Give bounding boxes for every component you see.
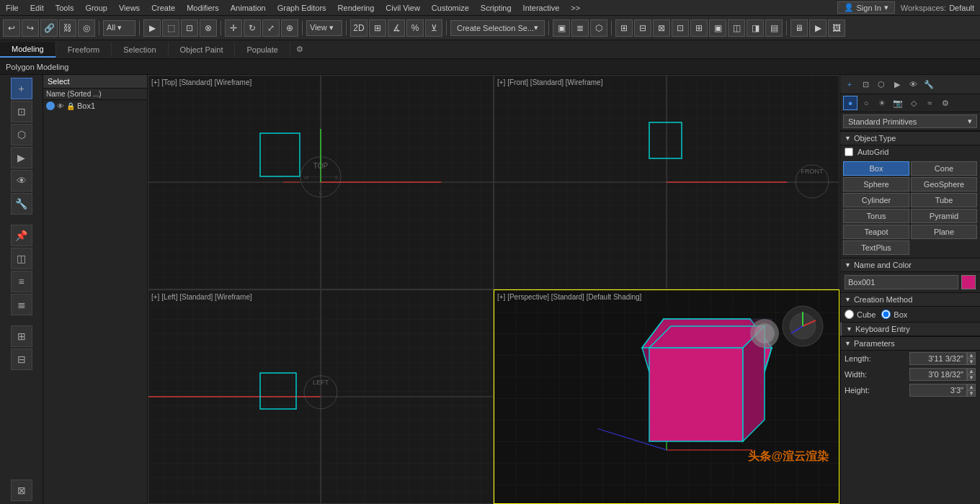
filter-dropdown[interactable]: All ▾ — [103, 20, 135, 36]
sidebar-motion[interactable]: ▶ — [11, 147, 32, 168]
sidebar-extras-1[interactable]: ⊞ — [11, 325, 32, 347]
view-dropdown[interactable]: View ▾ — [306, 20, 342, 36]
create-selection-button[interactable]: Create Selection Se... ▾ — [450, 20, 545, 36]
tab-object-paint[interactable]: Object Paint — [169, 42, 236, 57]
height-down[interactable]: ▼ — [967, 390, 976, 397]
tab-selection[interactable]: Selection — [112, 42, 168, 57]
create-panel-icon[interactable]: + — [842, 77, 857, 91]
snap-2d-button[interactable]: 2D — [350, 19, 368, 37]
percent-snap-button[interactable]: % — [406, 19, 424, 37]
viewport-layout-9[interactable]: ▤ — [765, 19, 783, 37]
menu-file[interactable]: File — [0, 2, 24, 14]
viewport-layout-2[interactable]: ⊟ — [634, 19, 651, 37]
sidebar-layers[interactable]: ≣ — [11, 294, 32, 315]
sign-in-button[interactable]: 👤 Sign In ▾ — [837, 1, 895, 14]
autogrid-checkbox[interactable] — [845, 148, 853, 156]
object-type-header[interactable]: Object Type — [840, 131, 980, 145]
spinner-snap-button[interactable]: ⊻ — [425, 19, 442, 37]
sphere-button[interactable]: Sphere — [843, 177, 909, 192]
viewport-layout-6[interactable]: ▣ — [709, 19, 726, 37]
cameras-icon[interactable]: 📷 — [891, 96, 905, 110]
object-name-input[interactable] — [845, 275, 958, 289]
menu-create[interactable]: Create — [146, 2, 181, 14]
viewport-perspective[interactable]: [+] [Perspective] [Standard] [Default Sh… — [494, 289, 839, 504]
systems-icon[interactable]: ⚙ — [938, 96, 953, 110]
sidebar-display[interactable]: 👁 — [11, 170, 32, 192]
layer-mgr[interactable]: ≣ — [571, 19, 589, 37]
name-color-header[interactable]: Name and Color — [840, 258, 980, 272]
color-swatch[interactable] — [961, 275, 976, 289]
viewport-front[interactable]: [+] [Front] [Standard] [Wireframe] FRONT — [494, 75, 839, 289]
menu-scripting[interactable]: Scripting — [475, 2, 517, 14]
lights-icon[interactable]: ☀ — [875, 96, 889, 110]
sidebar-create[interactable]: + — [11, 78, 32, 99]
redo-button[interactable]: ↪ — [22, 19, 39, 37]
viewport-top[interactable]: [+] [Top] [Standard] [Wireframe] — [148, 75, 494, 289]
cone-button[interactable]: Cone — [911, 161, 977, 176]
utilities-panel-icon[interactable]: 🔧 — [922, 77, 936, 91]
spacewarps-icon[interactable]: ≈ — [922, 96, 937, 110]
textplus-button[interactable]: TextPlus — [843, 240, 909, 255]
viewport-layout-4[interactable]: ⊡ — [672, 19, 689, 37]
sidebar-utilities[interactable]: 🔧 — [11, 193, 32, 215]
snap-3d-button[interactable]: ⊞ — [369, 19, 386, 37]
shapes-icon[interactable]: ○ — [859, 96, 873, 110]
torus-button[interactable]: Torus — [843, 209, 909, 223]
select-button[interactable]: ▶ — [143, 19, 161, 37]
width-up[interactable]: ▲ — [967, 368, 976, 374]
sidebar-modify[interactable]: ⊡ — [11, 101, 32, 122]
sidebar-viewport-controls[interactable]: ⊠ — [11, 480, 32, 501]
render-setup[interactable]: 🖥 — [790, 19, 808, 37]
menu-animation[interactable]: Animation — [225, 2, 272, 14]
select-paint-button[interactable]: ⊗ — [200, 19, 217, 37]
select-region-button[interactable]: ⬚ — [162, 19, 179, 37]
geosphere-button[interactable]: GeoSphere — [911, 177, 977, 192]
sidebar-mirror[interactable]: ◫ — [11, 248, 32, 269]
display-panel-icon[interactable]: 👁 — [906, 77, 920, 91]
scene-object-row[interactable]: 👁 🔒 Box1 — [43, 100, 147, 112]
hierarchy-panel-icon[interactable]: ⬡ — [874, 77, 888, 91]
category-dropdown[interactable]: Standard Primitives ▾ — [843, 114, 977, 128]
length-input[interactable] — [909, 352, 967, 365]
height-up[interactable]: ▲ — [967, 384, 976, 390]
tube-button[interactable]: Tube — [911, 193, 977, 207]
menu-views[interactable]: Views — [113, 2, 146, 14]
placement-button[interactable]: ⊕ — [281, 19, 298, 37]
render[interactable]: ▶ — [809, 19, 827, 37]
viewport-left[interactable]: [+] [Left] [Standard] [Wireframe] LEFT — [148, 289, 494, 504]
menu-modifiers[interactable]: Modifiers — [181, 2, 225, 14]
menu-tools[interactable]: Tools — [50, 2, 80, 14]
helpers-icon[interactable]: ◇ — [906, 96, 921, 110]
plane-button[interactable]: Plane — [911, 225, 977, 239]
sidebar-snap[interactable]: 📌 — [11, 225, 32, 246]
length-up[interactable]: ▲ — [967, 352, 976, 359]
ribbon-toggle[interactable]: ▣ — [553, 19, 570, 37]
menu-edit[interactable]: Edit — [24, 2, 50, 14]
modify-panel-icon[interactable]: ⊡ — [858, 77, 873, 91]
eye-icon[interactable]: 👁 — [57, 102, 64, 110]
cube-radio[interactable] — [845, 310, 854, 319]
tab-populate[interactable]: Populate — [235, 42, 290, 57]
keyboard-entry-header[interactable]: Keyboard Entry — [840, 322, 980, 336]
sidebar-align[interactable]: ≡ — [11, 271, 32, 292]
menu-extras[interactable]: >> — [565, 2, 586, 14]
undo-button[interactable]: ↩ — [3, 19, 20, 37]
cylinder-button[interactable]: Cylinder — [843, 193, 909, 207]
width-down[interactable]: ▼ — [967, 374, 976, 381]
parameters-header[interactable]: Parameters — [840, 336, 980, 351]
width-input[interactable] — [909, 368, 967, 381]
menu-customize[interactable]: Customize — [426, 2, 475, 14]
box-button[interactable]: Box — [843, 161, 909, 176]
menu-rendering[interactable]: Rendering — [332, 2, 380, 14]
length-down[interactable]: ▼ — [967, 359, 976, 365]
teapot-button[interactable]: Teapot — [843, 225, 909, 239]
rotate-button[interactable]: ↻ — [244, 19, 261, 37]
tab-freeform[interactable]: Freeform — [56, 42, 112, 57]
viewport-layout-1[interactable]: ⊞ — [615, 19, 633, 37]
viewport-layout-3[interactable]: ⊠ — [653, 19, 670, 37]
move-button[interactable]: ✛ — [225, 19, 242, 37]
unlink-button[interactable]: ⛓ — [59, 19, 76, 37]
bind-button[interactable]: ◎ — [78, 19, 95, 37]
viewport-layout-8[interactable]: ◨ — [747, 19, 764, 37]
menu-graph-editors[interactable]: Graph Editors — [272, 2, 332, 14]
